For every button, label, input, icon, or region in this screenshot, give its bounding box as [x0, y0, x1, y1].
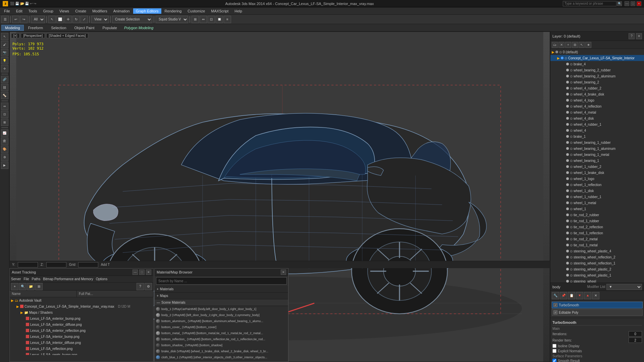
tb-redo[interactable]: ↪ — [20, 16, 28, 23]
img-interior-bump[interactable]: Lexus_LF-SA_interior_bump.png — [10, 334, 153, 340]
layer-wheel-4-logo[interactable]: ⊙ wheel_4_logo — [550, 97, 644, 103]
lt-link[interactable]: 🔗 — [1, 76, 8, 83]
lt-paint[interactable]: 🖌 — [1, 41, 8, 48]
max-file-item[interactable]: ▶ Concept_Car_Lexus_LF-SA_Simple_Interio… — [10, 303, 153, 309]
tb-array[interactable]: ⊡ — [208, 16, 215, 23]
layer-wheel-1-rubber-1[interactable]: ⊙ wheel_1_rubber_1 — [550, 194, 644, 200]
mat-bottom-metal[interactable]: bottom_metal_ (VRayMtl) [bottom_metal,ti… — [155, 330, 288, 336]
vault-item[interactable]: ▶ 🗂 Autodesk Vault — [10, 297, 153, 303]
isoline-checkbox[interactable] — [552, 344, 556, 348]
img-exterior-reflection[interactable]: Lexus_LF-SA_exterior_reflection.png — [10, 327, 153, 334]
img-interior-diffuse[interactable]: Lexus_LF-SA_interior_diffuse.png — [10, 340, 153, 346]
vp-perspective-btn[interactable]: [Perspective] — [21, 33, 45, 38]
mat-bottom-shadow[interactable]: bottom_shadow_ (VRayMtl) [bottom_shadow] — [155, 342, 288, 348]
menu-help[interactable]: Help — [232, 8, 245, 14]
vp-shading-btn[interactable]: [Shaded + Edged Faces] — [46, 33, 88, 38]
menu-customize[interactable]: Customize — [185, 8, 208, 14]
grid-input[interactable] — [78, 262, 98, 267]
layer-tie-rod-1-rubber[interactable]: ⊙ tie_rod_1_rubber — [550, 218, 644, 224]
layer-wheel-bearing-1-alum[interactable]: ⊙ wheel_bearing_1_aluminum — [550, 145, 644, 152]
menu-file[interactable]: File — [1, 8, 13, 14]
layer-steering-wheel[interactable]: ⊙ steering_wheel — [550, 278, 644, 283]
mod-icon-2[interactable]: 📌 — [560, 292, 567, 299]
layer-brake4[interactable]: ⊙ brake_4 — [550, 61, 644, 67]
layer-concept-car[interactable]: ▶ ⊙ Concept_Car_Lexus_LF-SA_Simple_Inter… — [550, 55, 644, 61]
at-help-btn[interactable]: ? — [137, 283, 144, 290]
mat-bottom-reflection[interactable]: bottom_reflection_ (VRayMtl) [bottom_ref… — [155, 336, 288, 342]
lt-align[interactable]: ⊞ — [1, 119, 8, 126]
menu-rendering[interactable]: Rendering — [162, 8, 184, 14]
tb-align[interactable]: ⊞ — [192, 16, 199, 23]
mod-icon-3[interactable]: 📋 — [568, 292, 575, 299]
maps-folder[interactable]: ▶ 📁 Maps / Shaders — [10, 309, 153, 315]
layers-help-btn[interactable]: ? — [629, 33, 635, 39]
layers-close-btn[interactable]: ✕ — [636, 33, 642, 39]
menu-animation[interactable]: Animation — [111, 8, 132, 14]
restore-btn[interactable]: □ — [631, 1, 635, 6]
layer-steering-wheel-plastic-1[interactable]: ⊙ steering_wheel_plastic_1 — [550, 272, 644, 278]
mat-cat-maps[interactable]: + Maps — [155, 293, 288, 299]
mat-cat-scene[interactable]: — Scene Materials — [155, 299, 288, 306]
squid-dropdown[interactable]: Squid Studio V — [156, 16, 188, 23]
img-exterior-bump[interactable]: Lexus_LF-SA_exterior_bump.png — [10, 315, 153, 321]
layer-tie-rod-2-rubber[interactable]: ⊙ tie_rod_2_rubber — [550, 212, 644, 218]
tb-menu-btn[interactable]: ☰ — [1, 16, 9, 23]
layer-wheel-bearing-2[interactable]: ⊙ wheel_bearing_2 — [550, 79, 644, 85]
at-grid-btn[interactable]: ⊞ — [35, 283, 43, 290]
lt-new-layer[interactable]: 🗂 — [552, 42, 558, 48]
layer-tie-rod-2-reflection[interactable]: ⊙ tie_rod_2_reflection — [550, 224, 644, 230]
layer-wheel-4-disk[interactable]: ⊙ wheel_4_disk — [550, 115, 644, 121]
minimize-btn[interactable]: — — [625, 1, 629, 6]
menu-create[interactable]: Create — [72, 8, 89, 14]
smooth-result-checkbox[interactable] — [552, 359, 556, 362]
layer-wheel-bearing-2-rubber[interactable]: ⊙ wheel_bearing_2_rubber — [550, 67, 644, 73]
close-btn[interactable]: ✕ — [637, 1, 641, 6]
search-btn[interactable]: 🔍 — [617, 1, 622, 6]
layer-wheel-1-logo[interactable]: ⊙ wheel_1_logo — [550, 176, 644, 182]
y-input[interactable] — [18, 262, 38, 267]
layer-wheel-bearing-2-alum[interactable]: ⊙ wheel_bearing_2_aluminum — [550, 73, 644, 79]
layer-wheel-bearing-1[interactable]: ⊙ wheel_bearing_1 — [550, 158, 644, 164]
at-menu-server[interactable]: Server — [11, 277, 21, 281]
layer-wheel-4-reflection[interactable]: ⊙ wheel_4_reflection — [550, 103, 644, 109]
layer-wheel-1[interactable]: ⊙ wheel_1 — [550, 206, 644, 212]
modifier-dropdown[interactable]: ▼ — [606, 284, 642, 290]
editable-poly-entry[interactable]: ✓ Editable Poly — [552, 309, 643, 316]
img-exterior-diffuse[interactable]: Lexus_LF-SA_exterior_diffuse.png — [10, 321, 153, 327]
menu-edit[interactable]: Edit — [13, 8, 25, 14]
mat-body-1[interactable]: body_1 (VRayCarPaintMtl) [body,left_door… — [155, 306, 288, 312]
at-restore-btn[interactable]: □ — [139, 269, 145, 275]
layer-brake-1[interactable]: ⊙ brake_1 — [550, 133, 644, 139]
tab-modeling[interactable]: Modeling — [1, 25, 24, 31]
tb-move[interactable]: ✛ — [64, 16, 72, 23]
lt-render[interactable]: ▶ — [1, 162, 8, 169]
layer-wheel-bearing-1-metal[interactable]: ⊙ wheel_bearing_1_metal — [550, 152, 644, 158]
lt-bone[interactable]: 🦴 — [1, 92, 8, 99]
mat-body-2[interactable]: body_2 (VRayMtl) [left_door_body_2,right… — [155, 312, 288, 318]
layer-wheel-4-metal[interactable]: ⊙ wheel_4_metal — [550, 109, 644, 115]
lt-light[interactable]: 💡 — [1, 57, 8, 64]
layer-wheel-4[interactable]: ⊙ wheel_4 — [550, 127, 644, 133]
tab-freeform[interactable]: Freeform — [24, 25, 47, 31]
tb-snap[interactable]: 🔲 — [216, 16, 223, 23]
turbosm-entry[interactable]: ✓ TurboSmooth — [552, 302, 643, 308]
at-menu-file[interactable]: File — [23, 277, 29, 281]
layer-0[interactable]: ▶ ⊙ 0 (default) — [550, 49, 644, 55]
tab-selection[interactable]: Selection — [47, 25, 70, 31]
lt-array[interactable]: ⊡ — [1, 111, 8, 118]
menu-maxscript[interactable]: MAXScript — [208, 8, 231, 14]
mat-bottom-alum[interactable]: bottom_aluminum_ (VRayMtl) [bottom_alumi… — [155, 318, 288, 324]
layer-wheel-1-rubber-2[interactable]: ⊙ wheel_1_rubber_2 — [550, 164, 644, 170]
tb-layers[interactable]: ≡ — [224, 16, 231, 23]
layer-tie-rod-1-metal[interactable]: ⊙ tie_rod_1_metal — [550, 242, 644, 248]
tb-mirror[interactable]: ⇔ — [200, 16, 207, 23]
mat-cat-materials[interactable]: + Materials — [155, 286, 288, 293]
mat-bottom-cover[interactable]: bottom_cover_ (VRayMtl) [bottom_cover] — [155, 324, 288, 330]
view-dropdown[interactable]: View — [91, 16, 109, 23]
mod-icon-6[interactable]: ✕ — [592, 292, 599, 299]
lt-schematic[interactable]: 🕸 — [1, 137, 8, 145]
at-search-btn[interactable]: 🔍 — [19, 283, 26, 290]
editable-poly-checkbox[interactable]: ✓ — [553, 310, 557, 314]
at-options-btn[interactable]: ⚙ — [145, 283, 152, 290]
menu-views[interactable]: Views — [57, 8, 72, 14]
